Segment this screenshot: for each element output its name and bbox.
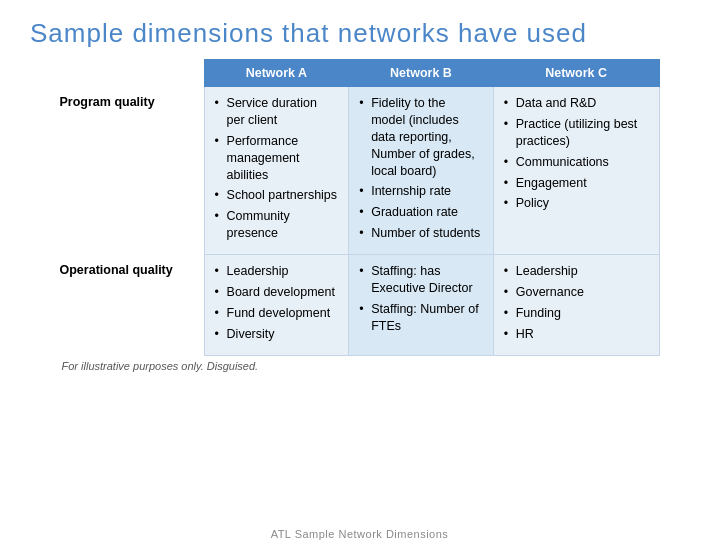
table-row: Operational qualityLeadershipBoard devel… — [60, 255, 660, 356]
list-item: Service duration per client — [215, 95, 339, 129]
header-network-c: Network C — [493, 60, 659, 87]
list-item: Diversity — [215, 326, 339, 343]
list-item: Engagement — [504, 175, 649, 192]
list-item: Performance management abilities — [215, 133, 339, 184]
network-a-cell-1: LeadershipBoard developmentFund developm… — [204, 255, 349, 356]
header-empty — [60, 60, 205, 87]
list-item: Communications — [504, 154, 649, 171]
list-item: HR — [504, 326, 649, 343]
list-item: Staffing: Number of FTEs — [359, 301, 483, 335]
list-item: Internship rate — [359, 183, 483, 200]
list-item: Policy — [504, 195, 649, 212]
page-title: Sample dimensions that networks have use… — [0, 0, 719, 59]
footer-bar: ATL Sample Network Dimensions — [0, 528, 719, 540]
list-item: Data and R&D — [504, 95, 649, 112]
row-header-0: Program quality — [60, 87, 205, 255]
network-b-cell-1: Staffing: has Executive DirectorStaffing… — [349, 255, 494, 356]
list-item: Leadership — [215, 263, 339, 280]
list-item: Staffing: has Executive Director — [359, 263, 483, 297]
network-b-cell-0: Fidelity to the model (includes data rep… — [349, 87, 494, 255]
table-row: Program qualityService duration per clie… — [60, 87, 660, 255]
row-header-1: Operational quality — [60, 255, 205, 356]
list-item: Fund development — [215, 305, 339, 322]
table-header-row: Network A Network B Network C — [60, 60, 660, 87]
list-item: Governance — [504, 284, 649, 301]
footnote: For illustrative purposes only. Disguise… — [60, 360, 660, 372]
main-table-container: Network A Network B Network C Program qu… — [60, 59, 660, 372]
network-c-cell-1: LeadershipGovernanceFundingHR — [493, 255, 659, 356]
network-c-cell-0: Data and R&DPractice (utilizing best pra… — [493, 87, 659, 255]
list-item: Leadership — [504, 263, 649, 280]
list-item: Fidelity to the model (includes data rep… — [359, 95, 483, 179]
network-a-cell-0: Service duration per clientPerformance m… — [204, 87, 349, 255]
list-item: Funding — [504, 305, 649, 322]
list-item: Graduation rate — [359, 204, 483, 221]
header-network-a: Network A — [204, 60, 349, 87]
dimensions-table: Network A Network B Network C Program qu… — [60, 59, 660, 356]
list-item: Board development — [215, 284, 339, 301]
list-item: Practice (utilizing best practices) — [504, 116, 649, 150]
list-item: Community presence — [215, 208, 339, 242]
list-item: School partnerships — [215, 187, 339, 204]
header-network-b: Network B — [349, 60, 494, 87]
list-item: Number of students — [359, 225, 483, 242]
